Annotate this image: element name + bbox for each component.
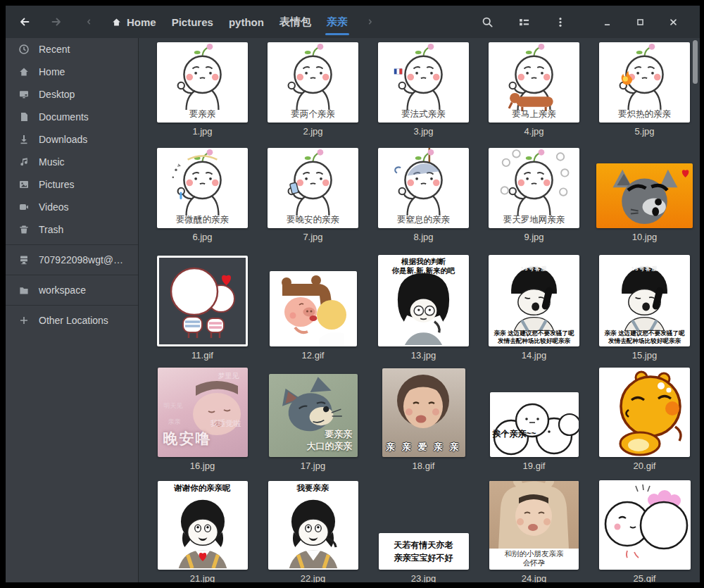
square-icon — [635, 17, 646, 27]
file-item[interactable]: 要亲亲 大口的亲亲 17.jpg — [258, 363, 368, 475]
sidebar-item-trash[interactable]: Trash — [6, 218, 138, 241]
file-item[interactable]: 要晚安的亲亲 7.jpg — [258, 144, 368, 249]
file-item[interactable]: 根据我的判断 你是新.新.新来的吧 13.jpg — [368, 249, 479, 363]
file-name: 19.gif — [523, 461, 546, 472]
sidebar-label: 707922098wgt@… — [39, 254, 123, 265]
kissing-blobs-art — [159, 258, 246, 344]
file-item[interactable]: 要马上亲亲 4.jpg — [479, 38, 589, 144]
forward-button[interactable] — [49, 15, 63, 29]
file-item[interactable]: 要微醺的亲亲 6.jpg — [147, 144, 258, 249]
vertical-scrollbar[interactable] — [693, 40, 698, 84]
file-name: 6.jpg — [192, 232, 212, 243]
dash-icon — [602, 17, 612, 27]
file-item[interactable]: 要亲亲 1.jpg — [147, 38, 258, 144]
server-icon — [18, 254, 30, 265]
breadcrumb-item-home[interactable]: Home — [111, 6, 156, 38]
file-item[interactable]: 要炽热的亲亲 5.jpg — [589, 38, 700, 144]
sidebar-item-downloads[interactable]: Downloads — [6, 128, 138, 151]
sidebar-item-home[interactable]: Home — [6, 61, 138, 83]
sidebar-item-desktop[interactable]: Desktop — [6, 83, 138, 106]
menu-button[interactable] — [553, 15, 567, 29]
file-name: 13.jpg — [411, 350, 436, 361]
thumbnail: 谢谢你的亲亲呢 — [158, 481, 248, 570]
file-item[interactable]: 要法式亲亲 3.jpg — [368, 38, 479, 144]
file-name: 12.gif — [302, 350, 325, 361]
thumbnail: 根据我的判断 你是新.新.新来的吧 — [378, 255, 469, 346]
file-name: 25.gif — [634, 573, 656, 582]
choking-blob-art — [378, 148, 469, 217]
file-item[interactable]: 要窒息的亲亲 8.jpg — [368, 144, 479, 249]
file-item[interactable]: 11.gif — [147, 249, 258, 363]
file-item[interactable]: 和别的小朋友亲亲 会怀孕 24.jpg — [479, 475, 589, 582]
thumbnail: 要微醺的亲亲 — [157, 148, 248, 228]
breadcrumb-label: Pictures — [172, 16, 213, 28]
sidebar-label: Downloads — [39, 134, 87, 145]
file-item[interactable]: 我要亲亲 22.jpg — [258, 475, 368, 582]
search-button[interactable] — [480, 15, 494, 29]
thumbnail: 亲 亲 爱 亲 亲 — [382, 368, 465, 457]
minimize-button[interactable] — [600, 15, 614, 29]
blob-crowd-art — [490, 392, 579, 457]
file-item[interactable]: 谢谢你的亲亲呢 21.jpg — [147, 475, 258, 582]
view-toggle-button[interactable] — [517, 15, 531, 29]
sidebar-item-pictures[interactable]: Pictures — [6, 173, 138, 196]
file-item[interactable]: 梦里见 明天见 亲亲 我睡觉啦 晚安噜 16.jpg — [147, 363, 258, 475]
thumbnail: 要亲亲 — [157, 42, 248, 123]
thumbnail: 挨个亲亲~~ — [490, 392, 579, 457]
sidebar-separator — [6, 244, 138, 245]
breadcrumb-item-biaoqingbao[interactable]: 表情包 — [279, 6, 311, 38]
hooded-baby-art — [489, 481, 579, 549]
thumbnail: 要窒息的亲亲 — [378, 148, 469, 228]
file-item[interactable]: 20.gif — [589, 363, 700, 475]
sidebar-item-music[interactable]: Music — [6, 151, 138, 173]
meme-caption-small: 亲亲 — [168, 418, 181, 427]
sidebar-item-videos[interactable]: Videos — [6, 196, 138, 218]
file-item[interactable]: 25.gif — [589, 475, 700, 582]
close-button[interactable] — [666, 15, 680, 29]
sidebar-item-other-locations[interactable]: Other Locations — [6, 309, 138, 332]
sidebar-label: Trash — [39, 224, 63, 235]
path-scroll-left-button[interactable] — [82, 15, 96, 29]
thumbnail: 要晚安的亲亲 — [268, 148, 358, 228]
file-item[interactable]: 要天罗地网亲亲 9.jpg — [479, 144, 589, 249]
thumbnail — [596, 163, 693, 228]
breadcrumb-item-pictures[interactable]: Pictures — [172, 6, 213, 38]
desktop-icon — [18, 89, 30, 100]
sidebar-item-remote-mount[interactable]: 707922098wgt@… — [6, 249, 138, 271]
caption-line: 亲亲 这边建议您不要发骚了呢 — [489, 330, 579, 337]
sidebar-item-documents[interactable]: Documents — [6, 106, 138, 128]
file-item[interactable]: 亲 亲 爱 亲 亲 18.gif — [368, 363, 479, 475]
file-item[interactable]: 12.gif — [258, 249, 368, 363]
meme-caption-big: 晚安噜 — [163, 429, 212, 449]
file-item[interactable]: 挨个亲亲~~ 19.gif — [479, 363, 589, 475]
file-item[interactable]: 13号客服 亲亲 这边建议您不要发骚了呢 发情去配种场比较好呢亲亲 15.jpg — [589, 249, 700, 363]
file-name: 11.gif — [191, 350, 213, 361]
breadcrumb-item-python[interactable]: python — [229, 6, 264, 38]
file-item[interactable]: 13号客服 亲亲 这边建议您不要发骚了呢 发情去配种场比较好呢亲亲 14.jpg — [479, 249, 589, 363]
thumbnail: 要马上亲亲 — [489, 42, 579, 123]
sidebar-item-workspace[interactable]: workspace — [6, 279, 138, 301]
window-controls — [600, 15, 680, 29]
thumbnail: 要两个亲亲 — [268, 42, 358, 123]
home-icon — [111, 17, 122, 27]
breadcrumb-item-qinqin-active[interactable]: 亲亲 — [327, 6, 348, 38]
plus-icon — [18, 315, 30, 326]
file-item[interactable]: 要两个亲亲 2.jpg — [258, 38, 368, 144]
blob-with-flame-art — [599, 42, 690, 111]
caption-line: 发情去配种场比较好呢亲亲 — [600, 337, 689, 345]
file-name: 15.jpg — [632, 350, 657, 361]
file-item[interactable]: 10.jpg — [589, 144, 700, 249]
file-name: 2.jpg — [303, 126, 322, 137]
folder-icon — [18, 284, 30, 296]
path-scroll-right-button[interactable] — [363, 15, 377, 29]
file-name: 22.jpg — [301, 573, 325, 582]
maximize-button[interactable] — [633, 15, 647, 29]
music-icon — [18, 156, 30, 168]
back-button[interactable] — [17, 15, 31, 29]
file-item[interactable]: 天若有情天亦老 亲亲宝宝好不好 23.jpg — [368, 475, 479, 582]
sidebar-item-recent[interactable]: Recent — [6, 38, 138, 61]
meme-text-line: 亲亲宝宝好不好 — [394, 551, 453, 564]
arrow-left-icon — [18, 16, 30, 27]
meme-caption: 要亲亲 — [158, 108, 246, 120]
baby-photo-art — [489, 481, 579, 549]
